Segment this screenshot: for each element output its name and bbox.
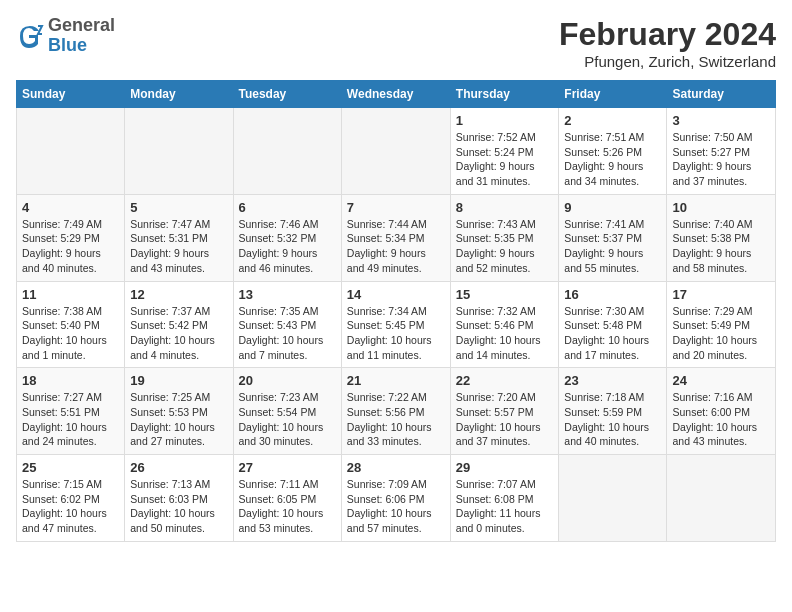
main-title: February 2024 [559,16,776,53]
calendar-cell: 16Sunrise: 7:30 AMSunset: 5:48 PMDayligh… [559,281,667,368]
day-number: 3 [672,113,770,128]
day-number: 27 [239,460,336,475]
day-number: 26 [130,460,227,475]
day-info: Sunrise: 7:25 AMSunset: 5:53 PMDaylight:… [130,390,227,449]
day-info: Sunrise: 7:22 AMSunset: 5:56 PMDaylight:… [347,390,445,449]
logo-icon [16,22,44,50]
day-number: 23 [564,373,661,388]
day-info: Sunrise: 7:09 AMSunset: 6:06 PMDaylight:… [347,477,445,536]
day-info: Sunrise: 7:44 AMSunset: 5:34 PMDaylight:… [347,217,445,276]
logo-text: General Blue [48,16,115,56]
subtitle: Pfungen, Zurich, Switzerland [559,53,776,70]
calendar-cell: 12Sunrise: 7:37 AMSunset: 5:42 PMDayligh… [125,281,233,368]
day-number: 16 [564,287,661,302]
calendar-cell: 5Sunrise: 7:47 AMSunset: 5:31 PMDaylight… [125,194,233,281]
calendar-cell [667,455,776,542]
day-number: 22 [456,373,554,388]
calendar-cell: 4Sunrise: 7:49 AMSunset: 5:29 PMDaylight… [17,194,125,281]
day-info: Sunrise: 7:51 AMSunset: 5:26 PMDaylight:… [564,130,661,189]
calendar-cell: 23Sunrise: 7:18 AMSunset: 5:59 PMDayligh… [559,368,667,455]
day-number: 4 [22,200,119,215]
day-info: Sunrise: 7:46 AMSunset: 5:32 PMDaylight:… [239,217,336,276]
calendar-cell: 15Sunrise: 7:32 AMSunset: 5:46 PMDayligh… [450,281,559,368]
day-number: 13 [239,287,336,302]
day-info: Sunrise: 7:23 AMSunset: 5:54 PMDaylight:… [239,390,336,449]
calendar-cell: 9Sunrise: 7:41 AMSunset: 5:37 PMDaylight… [559,194,667,281]
calendar-cell: 17Sunrise: 7:29 AMSunset: 5:49 PMDayligh… [667,281,776,368]
day-number: 17 [672,287,770,302]
day-info: Sunrise: 7:41 AMSunset: 5:37 PMDaylight:… [564,217,661,276]
logo-line1: General [48,16,115,36]
calendar-cell: 13Sunrise: 7:35 AMSunset: 5:43 PMDayligh… [233,281,341,368]
calendar-body: 1Sunrise: 7:52 AMSunset: 5:24 PMDaylight… [17,108,776,542]
calendar-cell: 25Sunrise: 7:15 AMSunset: 6:02 PMDayligh… [17,455,125,542]
calendar-cell: 22Sunrise: 7:20 AMSunset: 5:57 PMDayligh… [450,368,559,455]
day-number: 9 [564,200,661,215]
calendar-cell: 10Sunrise: 7:40 AMSunset: 5:38 PMDayligh… [667,194,776,281]
calendar-cell: 19Sunrise: 7:25 AMSunset: 5:53 PMDayligh… [125,368,233,455]
header: General Blue February 2024 Pfungen, Zuri… [16,16,776,70]
day-info: Sunrise: 7:43 AMSunset: 5:35 PMDaylight:… [456,217,554,276]
day-info: Sunrise: 7:47 AMSunset: 5:31 PMDaylight:… [130,217,227,276]
calendar-cell: 24Sunrise: 7:16 AMSunset: 6:00 PMDayligh… [667,368,776,455]
day-number: 24 [672,373,770,388]
logo: General Blue [16,16,115,56]
calendar-cell [341,108,450,195]
day-info: Sunrise: 7:16 AMSunset: 6:00 PMDaylight:… [672,390,770,449]
calendar-cell: 18Sunrise: 7:27 AMSunset: 5:51 PMDayligh… [17,368,125,455]
day-info: Sunrise: 7:27 AMSunset: 5:51 PMDaylight:… [22,390,119,449]
week-row-3: 11Sunrise: 7:38 AMSunset: 5:40 PMDayligh… [17,281,776,368]
header-cell-sunday: Sunday [17,81,125,108]
header-cell-tuesday: Tuesday [233,81,341,108]
week-row-5: 25Sunrise: 7:15 AMSunset: 6:02 PMDayligh… [17,455,776,542]
calendar-cell: 11Sunrise: 7:38 AMSunset: 5:40 PMDayligh… [17,281,125,368]
calendar-cell: 27Sunrise: 7:11 AMSunset: 6:05 PMDayligh… [233,455,341,542]
logo-line2: Blue [48,36,115,56]
day-info: Sunrise: 7:32 AMSunset: 5:46 PMDaylight:… [456,304,554,363]
day-number: 2 [564,113,661,128]
day-number: 14 [347,287,445,302]
calendar-cell: 8Sunrise: 7:43 AMSunset: 5:35 PMDaylight… [450,194,559,281]
day-number: 15 [456,287,554,302]
day-info: Sunrise: 7:07 AMSunset: 6:08 PMDaylight:… [456,477,554,536]
header-cell-wednesday: Wednesday [341,81,450,108]
title-area: February 2024 Pfungen, Zurich, Switzerla… [559,16,776,70]
day-info: Sunrise: 7:50 AMSunset: 5:27 PMDaylight:… [672,130,770,189]
calendar-cell: 1Sunrise: 7:52 AMSunset: 5:24 PMDaylight… [450,108,559,195]
header-cell-thursday: Thursday [450,81,559,108]
day-number: 11 [22,287,119,302]
day-number: 25 [22,460,119,475]
header-row: SundayMondayTuesdayWednesdayThursdayFrid… [17,81,776,108]
calendar-cell: 20Sunrise: 7:23 AMSunset: 5:54 PMDayligh… [233,368,341,455]
day-info: Sunrise: 7:30 AMSunset: 5:48 PMDaylight:… [564,304,661,363]
week-row-4: 18Sunrise: 7:27 AMSunset: 5:51 PMDayligh… [17,368,776,455]
day-info: Sunrise: 7:35 AMSunset: 5:43 PMDaylight:… [239,304,336,363]
calendar-cell: 6Sunrise: 7:46 AMSunset: 5:32 PMDaylight… [233,194,341,281]
week-row-2: 4Sunrise: 7:49 AMSunset: 5:29 PMDaylight… [17,194,776,281]
day-info: Sunrise: 7:11 AMSunset: 6:05 PMDaylight:… [239,477,336,536]
day-info: Sunrise: 7:40 AMSunset: 5:38 PMDaylight:… [672,217,770,276]
header-cell-monday: Monday [125,81,233,108]
calendar-cell [125,108,233,195]
day-info: Sunrise: 7:37 AMSunset: 5:42 PMDaylight:… [130,304,227,363]
calendar-cell [559,455,667,542]
calendar-cell: 21Sunrise: 7:22 AMSunset: 5:56 PMDayligh… [341,368,450,455]
header-cell-saturday: Saturday [667,81,776,108]
calendar-cell: 28Sunrise: 7:09 AMSunset: 6:06 PMDayligh… [341,455,450,542]
day-info: Sunrise: 7:13 AMSunset: 6:03 PMDaylight:… [130,477,227,536]
day-number: 28 [347,460,445,475]
day-number: 20 [239,373,336,388]
week-row-1: 1Sunrise: 7:52 AMSunset: 5:24 PMDaylight… [17,108,776,195]
day-info: Sunrise: 7:20 AMSunset: 5:57 PMDaylight:… [456,390,554,449]
calendar-cell: 2Sunrise: 7:51 AMSunset: 5:26 PMDaylight… [559,108,667,195]
day-info: Sunrise: 7:49 AMSunset: 5:29 PMDaylight:… [22,217,119,276]
calendar-cell: 14Sunrise: 7:34 AMSunset: 5:45 PMDayligh… [341,281,450,368]
day-number: 5 [130,200,227,215]
calendar-cell: 26Sunrise: 7:13 AMSunset: 6:03 PMDayligh… [125,455,233,542]
day-info: Sunrise: 7:52 AMSunset: 5:24 PMDaylight:… [456,130,554,189]
day-number: 12 [130,287,227,302]
calendar-header: SundayMondayTuesdayWednesdayThursdayFrid… [17,81,776,108]
calendar-cell: 3Sunrise: 7:50 AMSunset: 5:27 PMDaylight… [667,108,776,195]
header-cell-friday: Friday [559,81,667,108]
day-number: 18 [22,373,119,388]
